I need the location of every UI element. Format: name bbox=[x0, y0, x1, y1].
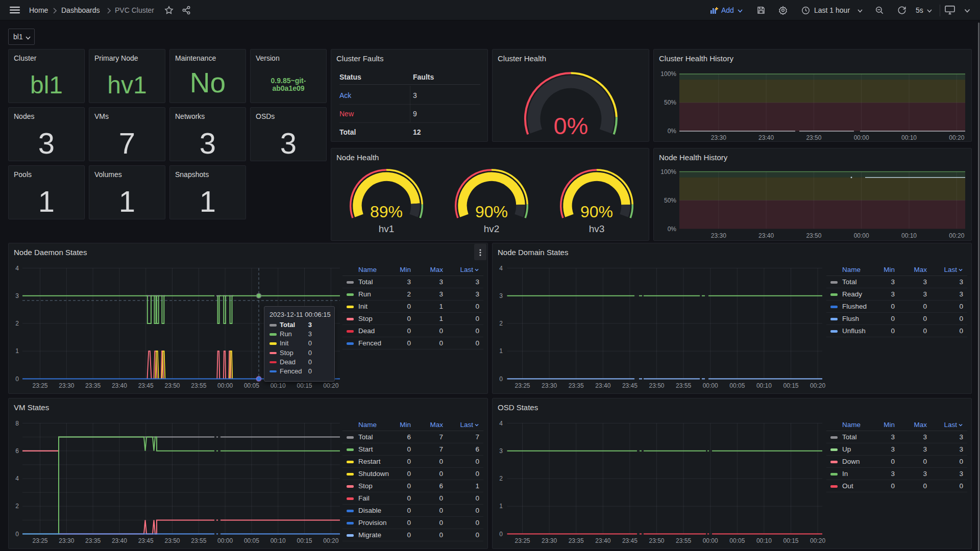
svg-text:2: 2 bbox=[499, 475, 503, 482]
svg-text:00:10: 00:10 bbox=[756, 382, 772, 389]
svg-text:23:50: 23:50 bbox=[649, 537, 664, 544]
svg-text:23:50: 23:50 bbox=[164, 537, 180, 544]
svg-text:00:15: 00:15 bbox=[297, 537, 312, 544]
svg-text:00:15: 00:15 bbox=[783, 537, 798, 544]
svg-text:6: 6 bbox=[15, 447, 19, 455]
svg-text:00:05: 00:05 bbox=[244, 382, 259, 389]
svg-text:23:25: 23:25 bbox=[32, 537, 47, 544]
svg-text:2: 2 bbox=[499, 320, 503, 327]
svg-text:23:50: 23:50 bbox=[649, 382, 664, 389]
svg-text:23:45: 23:45 bbox=[622, 537, 638, 544]
svg-text:23:30: 23:30 bbox=[711, 232, 726, 239]
svg-text:00:00: 00:00 bbox=[703, 537, 718, 544]
svg-text:23:45: 23:45 bbox=[138, 382, 154, 389]
svg-text:100%: 100% bbox=[660, 168, 676, 176]
svg-text:00:20: 00:20 bbox=[810, 537, 825, 544]
svg-text:23:45: 23:45 bbox=[622, 382, 638, 389]
svg-text:23:55: 23:55 bbox=[191, 382, 206, 389]
svg-text:23:30: 23:30 bbox=[542, 537, 557, 544]
svg-text:00:20: 00:20 bbox=[949, 134, 964, 141]
svg-text:23:35: 23:35 bbox=[569, 537, 584, 544]
svg-text:00:20: 00:20 bbox=[810, 382, 825, 389]
svg-text:00:05: 00:05 bbox=[729, 382, 745, 389]
svg-text:00:00: 00:00 bbox=[854, 232, 869, 239]
svg-text:23:30: 23:30 bbox=[59, 382, 74, 389]
svg-text:23:30: 23:30 bbox=[59, 537, 74, 544]
svg-text:4: 4 bbox=[499, 420, 503, 427]
svg-text:hv3: hv3 bbox=[589, 223, 605, 234]
svg-text:00:00: 00:00 bbox=[217, 382, 233, 389]
svg-text:00:20: 00:20 bbox=[323, 537, 338, 544]
svg-text:23:45: 23:45 bbox=[138, 537, 154, 544]
svg-text:00:15: 00:15 bbox=[783, 382, 798, 389]
svg-text:3: 3 bbox=[499, 292, 503, 299]
svg-text:23:40: 23:40 bbox=[112, 537, 127, 544]
svg-text:00:10: 00:10 bbox=[901, 134, 917, 141]
svg-text:23:40: 23:40 bbox=[758, 134, 774, 141]
svg-text:3: 3 bbox=[15, 292, 19, 299]
svg-text:23:30: 23:30 bbox=[711, 134, 726, 141]
svg-text:0: 0 bbox=[15, 375, 19, 383]
svg-text:90%: 90% bbox=[580, 203, 613, 221]
svg-text:00:05: 00:05 bbox=[729, 537, 745, 544]
svg-text:00:00: 00:00 bbox=[217, 537, 233, 544]
svg-text:8: 8 bbox=[15, 420, 19, 427]
svg-text:23:50: 23:50 bbox=[806, 134, 821, 141]
svg-text:90%: 90% bbox=[475, 203, 508, 221]
svg-text:23:55: 23:55 bbox=[676, 537, 691, 544]
svg-text:23:25: 23:25 bbox=[514, 382, 530, 389]
svg-text:23:35: 23:35 bbox=[569, 382, 584, 389]
svg-text:23:25: 23:25 bbox=[514, 537, 530, 544]
svg-text:2: 2 bbox=[15, 320, 19, 327]
svg-text:1: 1 bbox=[15, 347, 19, 355]
svg-text:23:40: 23:40 bbox=[758, 232, 774, 239]
svg-text:4: 4 bbox=[15, 265, 19, 272]
svg-text:00:10: 00:10 bbox=[271, 382, 286, 389]
svg-text:00:10: 00:10 bbox=[901, 232, 917, 239]
svg-text:00:15: 00:15 bbox=[297, 382, 312, 389]
svg-text:1: 1 bbox=[499, 347, 503, 355]
svg-text:23:40: 23:40 bbox=[112, 382, 127, 389]
svg-text:0%: 0% bbox=[668, 226, 677, 233]
svg-text:4: 4 bbox=[499, 265, 503, 272]
svg-text:0: 0 bbox=[499, 531, 503, 538]
svg-text:23:25: 23:25 bbox=[32, 382, 47, 389]
svg-text:23:55: 23:55 bbox=[191, 537, 206, 544]
svg-text:50%: 50% bbox=[664, 99, 676, 106]
svg-text:0: 0 bbox=[15, 531, 19, 538]
svg-text:00:05: 00:05 bbox=[244, 537, 259, 544]
svg-text:00:00: 00:00 bbox=[854, 134, 869, 141]
svg-text:23:50: 23:50 bbox=[164, 382, 180, 389]
svg-text:00:10: 00:10 bbox=[271, 537, 286, 544]
svg-text:23:30: 23:30 bbox=[542, 382, 557, 389]
svg-text:00:20: 00:20 bbox=[949, 232, 964, 239]
svg-text:00:20: 00:20 bbox=[323, 382, 338, 389]
svg-text:23:35: 23:35 bbox=[85, 537, 101, 544]
svg-text:hv2: hv2 bbox=[484, 223, 500, 234]
svg-text:23:55: 23:55 bbox=[676, 382, 691, 389]
svg-text:23:40: 23:40 bbox=[595, 537, 610, 544]
svg-text:23:50: 23:50 bbox=[806, 232, 821, 239]
svg-text:4: 4 bbox=[15, 475, 19, 482]
svg-text:hv1: hv1 bbox=[379, 223, 395, 234]
svg-text:2: 2 bbox=[15, 503, 19, 510]
svg-text:00:10: 00:10 bbox=[756, 537, 772, 544]
svg-text:00:00: 00:00 bbox=[703, 382, 718, 389]
svg-text:0%: 0% bbox=[553, 112, 588, 139]
svg-text:89%: 89% bbox=[370, 203, 403, 221]
svg-text:100%: 100% bbox=[660, 70, 676, 78]
svg-text:23:40: 23:40 bbox=[595, 382, 610, 389]
svg-text:3: 3 bbox=[499, 447, 503, 455]
svg-text:23:35: 23:35 bbox=[85, 382, 101, 389]
svg-text:0%: 0% bbox=[668, 128, 677, 135]
svg-text:0: 0 bbox=[499, 375, 503, 383]
svg-text:1: 1 bbox=[499, 503, 503, 510]
svg-text:50%: 50% bbox=[664, 197, 676, 204]
